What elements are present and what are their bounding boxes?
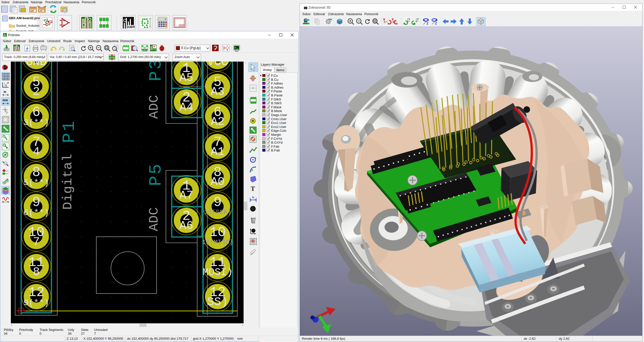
svg-text:Y: Y <box>417 18 419 21</box>
svg-text:A6: A6 <box>179 219 193 232</box>
svg-text:ZIP: ZIP <box>40 10 43 12</box>
svg-text:8: 8 <box>32 165 40 180</box>
svg-text:N: N <box>252 196 254 199</box>
svg-text:GBR: GBR <box>128 25 135 29</box>
svg-text:VCC: VCC <box>207 62 228 69</box>
svg-text:9: 9 <box>32 195 40 210</box>
svg-text:13(SCK): 13(SCK) <box>204 208 231 216</box>
svg-text:mm: mm <box>3 98 8 102</box>
svg-text:A0: A0 <box>211 175 224 189</box>
svg-text:4: 4 <box>33 145 40 159</box>
svg-text:P1: P1 <box>60 119 79 143</box>
svg-text:A4: A4 <box>179 101 193 114</box>
svg-text:r: r <box>4 82 5 85</box>
svg-text:A3: A3 <box>211 85 224 98</box>
svg-text:NET: NET <box>143 49 147 51</box>
svg-text:F.Cu (PgUp): F.Cu (PgUp) <box>181 46 201 50</box>
svg-text:Y: Y <box>408 18 410 21</box>
svg-text:12: 12 <box>28 285 45 300</box>
svg-text:A1: A1 <box>211 145 224 159</box>
svg-text:5(**): 5(**) <box>23 178 49 188</box>
svg-text:8: 8 <box>33 266 40 279</box>
svg-text:SS): SS) <box>207 296 228 309</box>
svg-text:Z: Z <box>435 21 437 25</box>
svg-text:10: 10 <box>210 225 226 240</box>
svg-text:X: X <box>383 18 385 21</box>
svg-text:ADC: ADC <box>147 95 162 119</box>
svg-text:GND: GND <box>26 62 47 69</box>
svg-text:A2: A2 <box>211 115 224 128</box>
svg-text:A7: A7 <box>179 189 193 202</box>
svg-text:Z: Z <box>426 21 428 25</box>
svg-text:MOSI): MOSI) <box>202 267 233 278</box>
svg-text:7: 7 <box>33 235 40 249</box>
svg-text:3(**): 3(**) <box>23 118 49 127</box>
svg-text:2: 2 <box>33 85 40 98</box>
svg-text:9: 9 <box>214 195 222 210</box>
svg-text:6: 6 <box>32 104 40 120</box>
svg-text:9(**): 9(**) <box>23 298 49 308</box>
svg-text:6(**): 6(**) <box>23 208 49 218</box>
svg-text:Digital: Digital <box>61 154 75 210</box>
svg-text:A5: A5 <box>179 71 193 85</box>
svg-text:T: T <box>251 185 255 192</box>
svg-text:θ: θ <box>6 85 7 87</box>
svg-text:X: X <box>392 18 394 21</box>
svg-text:ZIP: ZIP <box>31 10 34 12</box>
svg-text:ADC: ADC <box>147 207 162 231</box>
svg-text:P3: P3 <box>146 62 166 81</box>
svg-text:in: in <box>4 90 6 94</box>
svg-text:12(MISO): 12(MISO) <box>202 239 233 246</box>
svg-text:P5: P5 <box>146 162 166 186</box>
